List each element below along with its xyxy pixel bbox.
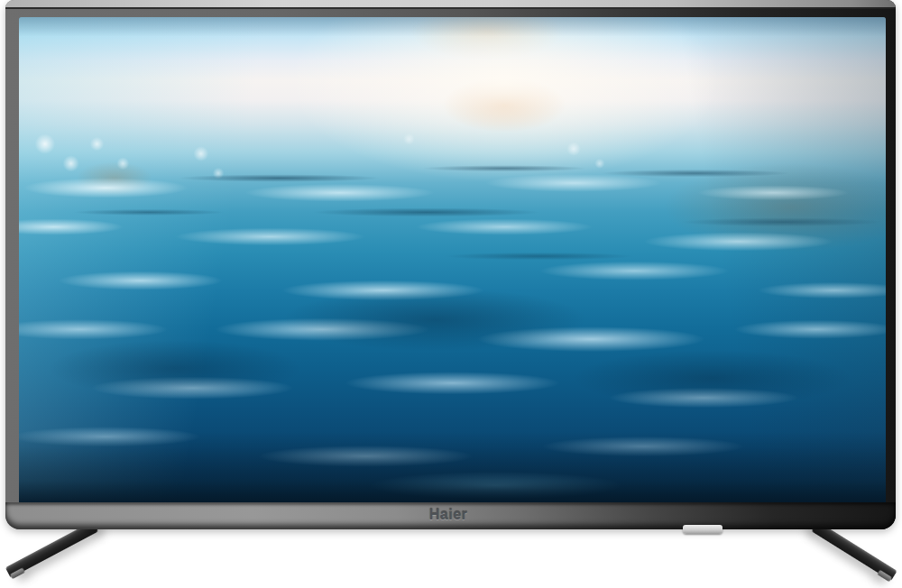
wave-shadows-vignette xyxy=(19,17,886,505)
tv-screen xyxy=(19,17,886,505)
television-chassis: Haier xyxy=(5,0,896,529)
tv-stand-right-leg xyxy=(812,521,897,581)
tv-stand-left-leg xyxy=(5,521,98,578)
tv-top-edge-highlight xyxy=(5,0,896,9)
ir-sensor-tab xyxy=(683,525,723,534)
product-photo-stage: Haier xyxy=(0,0,902,588)
brand-logo: Haier xyxy=(410,505,486,525)
